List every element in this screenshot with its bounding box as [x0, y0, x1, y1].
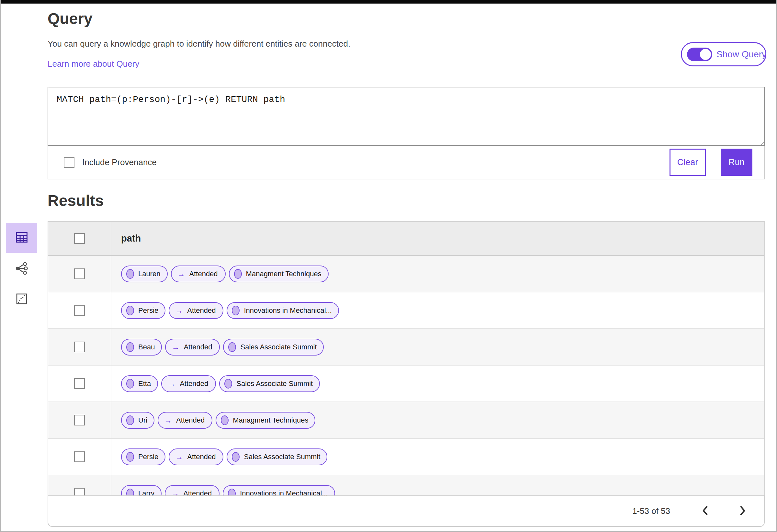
chip-label: Persie — [138, 306, 158, 315]
path-cell: Persie →Attended Innovations in Mechanic… — [111, 292, 764, 328]
node-circle-icon — [126, 489, 134, 496]
row-checkbox[interactable] — [74, 488, 85, 496]
chip-label: Attended — [176, 416, 205, 425]
include-provenance-label: Include Provenance — [82, 157, 157, 168]
arrow-right-icon: → — [171, 489, 179, 496]
source-node-chip[interactable]: Persie — [121, 448, 165, 465]
row-checkbox[interactable] — [74, 378, 85, 389]
path-column-header: path — [121, 233, 141, 244]
prev-page-button[interactable] — [698, 504, 712, 518]
results-section-title: Results — [47, 192, 104, 210]
source-node-chip[interactable]: Uri — [121, 412, 154, 429]
relation-chip[interactable]: →Attended — [165, 339, 220, 355]
arrow-right-icon: → — [172, 343, 179, 352]
chip-label: Beau — [138, 343, 155, 351]
relation-chip[interactable]: →Attended — [169, 302, 223, 319]
table-row: Beau →Attended Sales Associate Summit — [48, 329, 764, 365]
path-cell: Etta →Attended Sales Associate Summit — [111, 365, 764, 402]
graph-view-button[interactable] — [6, 258, 37, 280]
chip-label: Innovations in Mechanical... — [244, 306, 332, 315]
chip-label: Attended — [180, 380, 208, 388]
node-circle-icon — [126, 269, 134, 279]
relation-chip[interactable]: →Attended — [171, 265, 226, 282]
source-node-chip[interactable]: Beau — [121, 339, 162, 355]
target-node-chip[interactable]: Managment Techniques — [229, 265, 329, 282]
chip-label: Sales Associate Summit — [236, 380, 313, 388]
chip-label: Attended — [187, 306, 216, 315]
relation-chip[interactable]: →Attended — [169, 448, 223, 465]
table-view-button[interactable] — [6, 223, 37, 253]
relation-chip[interactable]: →Attended — [158, 412, 212, 429]
query-code-input[interactable]: MATCH path=(p:Person)-[r]->(e) RETURN pa… — [47, 87, 765, 146]
relation-chip[interactable]: →Attended — [161, 375, 216, 392]
target-node-chip[interactable]: Sales Associate Summit — [227, 448, 327, 465]
path-cell: Lauren →Attended Managment Techniques — [111, 256, 764, 292]
query-editor-panel: MATCH path=(p:Person)-[r]->(e) RETURN pa… — [47, 87, 765, 179]
table-icon — [15, 231, 28, 244]
row-checkbox[interactable] — [74, 305, 85, 316]
target-node-chip[interactable]: Managment Techniques — [216, 412, 315, 429]
arrow-right-icon: → — [168, 379, 176, 388]
table-row: Persie →Attended Sales Associate Summit — [48, 439, 764, 475]
chip-label: Attended — [183, 489, 212, 496]
query-section-title: Query — [47, 10, 93, 27]
table-row: Larry →Attended Innovations in Mechanica… — [48, 475, 764, 496]
node-circle-icon — [228, 489, 236, 496]
source-node-chip[interactable]: Larry — [121, 485, 161, 496]
chart-view-button[interactable] — [6, 289, 37, 310]
table-row: Lauren →Attended Managment Techniques — [48, 256, 764, 292]
chip-label: Lauren — [138, 270, 160, 278]
source-node-chip[interactable]: Persie — [121, 302, 165, 319]
chip-label: Uri — [138, 416, 147, 425]
include-provenance-checkbox[interactable] — [64, 157, 75, 168]
row-checkbox[interactable] — [74, 342, 85, 352]
arrow-right-icon: → — [178, 270, 185, 279]
node-circle-icon — [126, 415, 134, 425]
show-query-toggle[interactable]: Show Query — [681, 42, 766, 67]
chip-label: Managment Techniques — [246, 270, 322, 278]
arrow-right-icon: → — [175, 452, 183, 461]
row-checkbox[interactable] — [74, 451, 85, 462]
target-node-chip[interactable]: Sales Associate Summit — [219, 375, 320, 392]
chip-label: Persie — [138, 453, 158, 461]
relation-chip[interactable]: →Attended — [165, 485, 220, 496]
node-circle-icon — [126, 342, 134, 352]
toggle-knob — [700, 49, 711, 60]
top-bar — [1, 0, 776, 4]
row-checkbox[interactable] — [74, 269, 85, 279]
chip-label: Innovations in Mechanical... — [240, 489, 328, 496]
target-node-chip[interactable]: Innovations in Mechanical... — [227, 302, 339, 319]
select-all-checkbox[interactable] — [74, 233, 85, 244]
chip-label: Managment Techniques — [233, 416, 308, 425]
source-node-chip[interactable]: Etta — [121, 375, 158, 392]
chip-label: Etta — [138, 380, 151, 388]
chip-label: Attended — [189, 270, 218, 278]
row-checkbox[interactable] — [74, 415, 85, 425]
results-table: path Lauren →Attended Managment Techniqu… — [47, 221, 765, 496]
clear-button[interactable]: Clear — [670, 148, 706, 176]
path-cell: Beau →Attended Sales Associate Summit — [111, 329, 764, 365]
table-row: Persie →Attended Innovations in Mechanic… — [48, 292, 764, 329]
run-button[interactable]: Run — [721, 148, 752, 176]
query-page: Query You can query a knowledge graph to… — [0, 0, 777, 532]
source-node-chip[interactable]: Lauren — [121, 265, 168, 282]
chip-label: Larry — [138, 489, 154, 496]
node-circle-icon — [126, 306, 134, 315]
pagination-range: 1-53 of 53 — [632, 506, 670, 516]
toggle-switch-icon — [687, 47, 712, 61]
node-circle-icon — [232, 452, 240, 462]
next-page-button[interactable] — [736, 504, 750, 518]
chevron-right-icon — [739, 505, 747, 517]
target-node-chip[interactable]: Innovations in Mechanical... — [223, 485, 335, 496]
table-header-row: path — [48, 222, 764, 256]
chip-label: Sales Associate Summit — [244, 453, 320, 461]
pagination-bar: 1-53 of 53 — [47, 496, 765, 527]
line-chart-icon — [15, 293, 28, 306]
table-row: Uri →Attended Managment Techniques — [48, 402, 764, 439]
show-query-label: Show Query — [716, 49, 766, 60]
learn-more-link[interactable]: Learn more about Query — [47, 59, 139, 69]
node-circle-icon — [234, 269, 242, 279]
path-cell: Larry →Attended Innovations in Mechanica… — [111, 475, 764, 496]
query-editor-footer: Include Provenance Clear Run — [47, 146, 765, 179]
target-node-chip[interactable]: Sales Associate Summit — [223, 339, 324, 355]
